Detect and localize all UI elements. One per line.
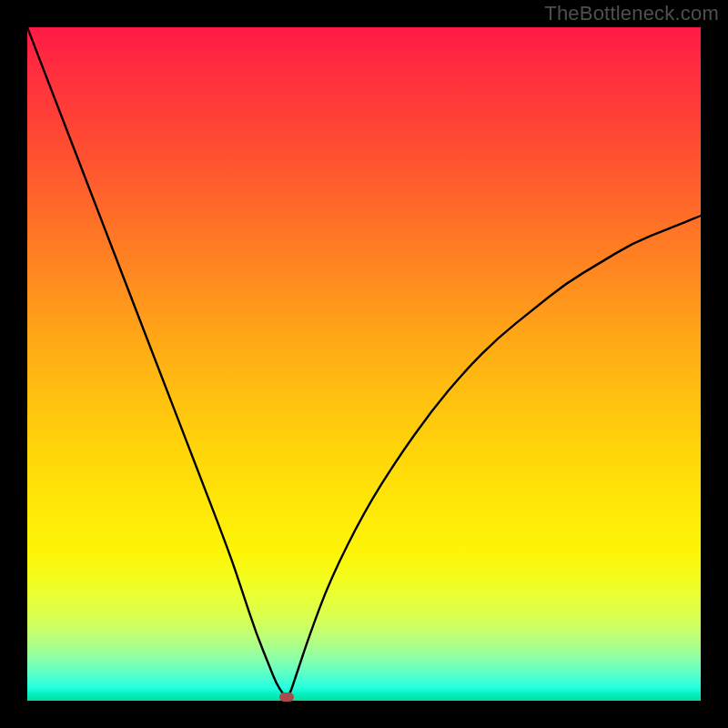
chart-frame: TheBottleneck.com xyxy=(0,0,728,728)
watermark-text: TheBottleneck.com xyxy=(544,2,719,25)
plot-area xyxy=(27,27,701,701)
vertex-marker xyxy=(279,693,294,702)
bottleneck-curve xyxy=(27,27,701,701)
